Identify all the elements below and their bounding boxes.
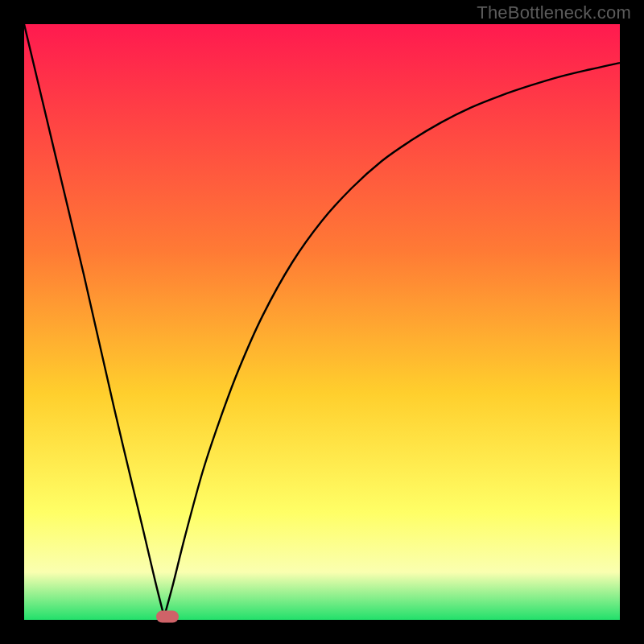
watermark-text: TheBottleneck.com (477, 2, 631, 23)
bottleneck-plot (24, 24, 620, 620)
chart-container: TheBottleneck.com (0, 0, 644, 644)
minimum-marker (156, 611, 179, 623)
gradient-background (24, 24, 620, 620)
